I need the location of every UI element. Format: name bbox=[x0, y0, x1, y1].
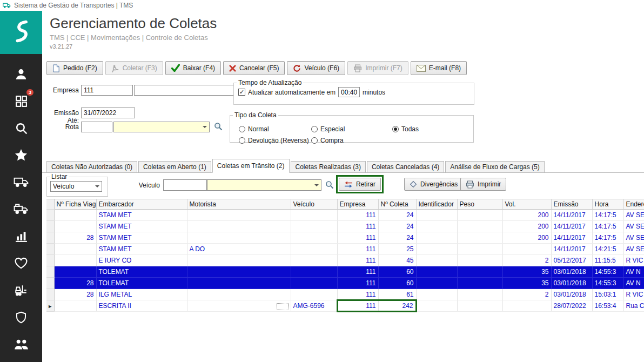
tab-coletas-canceladas-4[interactable]: Coletas Canceladas (4) bbox=[367, 161, 444, 172]
cell-n-coleta[interactable]: 60 bbox=[378, 278, 416, 289]
cell-embarcador[interactable]: STAM MET bbox=[96, 210, 187, 221]
cell-n-coleta[interactable]: 24 bbox=[378, 221, 416, 232]
cell-empresa[interactable]: 111 bbox=[337, 221, 378, 232]
veiculo-f6-button[interactable]: Veículo (F6) bbox=[287, 61, 345, 75]
column-header-endereco[interactable]: Endereço bbox=[623, 199, 644, 210]
sidebar-item-user[interactable] bbox=[0, 61, 42, 88]
cell-vol[interactable]: 2 bbox=[502, 289, 551, 300]
tab-analise-de-fluxo-de-cargas-5[interactable]: Análise de Fluxo de Cargas (5) bbox=[445, 161, 544, 172]
column-header-emissao[interactable]: Emissão bbox=[551, 199, 592, 210]
cell-n-ficha-viagem[interactable]: 28 bbox=[54, 289, 96, 300]
cell-identificador[interactable] bbox=[416, 289, 457, 300]
column-header-n-coleta[interactable]: Nº Coleta bbox=[378, 199, 416, 210]
tab-coletas-nao-autorizadas-0[interactable]: Coletas Não Autorizadas (0) bbox=[46, 161, 137, 172]
cell-hora[interactable]: 11:15:5 bbox=[592, 255, 623, 266]
table-row[interactable]: 28STAM MET1112420014/11/201714:17:5AV SE bbox=[46, 232, 644, 244]
cell-peso[interactable] bbox=[457, 255, 502, 266]
cell-motorista[interactable] bbox=[187, 210, 291, 221]
cell-motorista[interactable] bbox=[187, 278, 291, 289]
cell-peso[interactable] bbox=[457, 244, 502, 255]
sidebar-item-shield[interactable] bbox=[0, 304, 42, 331]
cell-veiculo[interactable] bbox=[291, 278, 337, 289]
cell-empresa[interactable]: 111 bbox=[337, 266, 378, 278]
cell-n-ficha-viagem[interactable] bbox=[54, 255, 96, 266]
imprimir-list-button[interactable]: Imprimir bbox=[460, 178, 506, 191]
row-selector[interactable] bbox=[46, 232, 54, 244]
column-header-vol[interactable]: Vol. bbox=[502, 199, 551, 210]
row-selector[interactable] bbox=[46, 210, 54, 221]
column-header-motorista[interactable]: Motorista bbox=[187, 199, 291, 210]
cell-emissao[interactable]: 03/01/2018 bbox=[551, 289, 592, 300]
cell-endereco[interactable]: AV SE bbox=[623, 244, 644, 255]
cell-hora[interactable]: 14:55:3 bbox=[592, 278, 623, 289]
veiculo-input[interactable] bbox=[163, 179, 207, 191]
sidebar-item-heart[interactable] bbox=[0, 250, 42, 277]
cell-embarcador[interactable]: STAM MET bbox=[96, 221, 187, 232]
cell-n-coleta[interactable]: 25 bbox=[378, 244, 416, 255]
cell-vol[interactable]: 2 bbox=[502, 255, 551, 266]
column-header-n-ficha-viagem[interactable]: Nº Ficha Viagem bbox=[54, 199, 96, 210]
cell-peso[interactable] bbox=[457, 210, 502, 221]
cell-identificador[interactable] bbox=[416, 244, 457, 255]
cell-empresa[interactable]: 111 bbox=[337, 289, 378, 300]
auto-refresh-checkbox[interactable]: ✓ bbox=[238, 89, 245, 96]
cell-emissao[interactable]: 14/11/2017 bbox=[551, 244, 592, 255]
table-row[interactable]: STAM MET1112420014/11/201714:17:5AV SE bbox=[46, 221, 644, 232]
cell-endereco[interactable]: AV SE bbox=[623, 210, 644, 221]
current-row-marker[interactable]: ► bbox=[46, 300, 54, 312]
cell-hora[interactable]: 15:03:1 bbox=[592, 289, 623, 300]
cell-peso[interactable] bbox=[457, 232, 502, 244]
cell-n-coleta[interactable]: 242 bbox=[378, 300, 416, 312]
cell-emissao[interactable]: 05/12/2017 bbox=[551, 255, 592, 266]
cell-identificador[interactable] bbox=[416, 210, 457, 221]
sidebar-item-forklift[interactable] bbox=[0, 277, 42, 304]
veiculo-combo[interactable] bbox=[207, 179, 321, 191]
cell-empresa[interactable]: 111 bbox=[337, 300, 378, 312]
sidebar-item-star[interactable] bbox=[0, 142, 42, 169]
row-selector[interactable] bbox=[46, 266, 54, 278]
veiculo-search-icon[interactable] bbox=[325, 180, 334, 191]
cell-motorista[interactable] bbox=[187, 289, 291, 300]
cell-embarcador[interactable]: ESCRITA II bbox=[96, 300, 187, 312]
column-header-embarcador[interactable]: Embarcador bbox=[96, 199, 187, 210]
cell-embarcador[interactable]: TOLEMAT bbox=[96, 266, 187, 278]
table-row[interactable]: 28TOLEMAT111603503/01/201814:55:3AV N bbox=[46, 278, 644, 289]
sidebar-item-chart[interactable] bbox=[0, 223, 42, 250]
column-header-identificador[interactable]: Identificador bbox=[416, 199, 457, 210]
rota-combo[interactable] bbox=[113, 122, 210, 132]
table-row[interactable]: STAM META DO1112514/11/201714:21:5AV SE bbox=[46, 244, 644, 255]
cell-empresa[interactable]: 111 bbox=[337, 210, 378, 221]
sidebar-item-apps[interactable]: 3 bbox=[0, 88, 42, 115]
cell-empresa[interactable]: 111 bbox=[337, 278, 378, 289]
tab-coletas-realizadas-3[interactable]: Coletas Realizadas (3) bbox=[291, 161, 366, 172]
cell-motorista[interactable] bbox=[187, 255, 291, 266]
cell-hora[interactable]: 14:17:5 bbox=[592, 232, 623, 244]
cell-vol[interactable] bbox=[502, 300, 551, 312]
cell-identificador[interactable] bbox=[416, 221, 457, 232]
emissao-ate-input[interactable] bbox=[81, 108, 135, 118]
cell-empresa[interactable]: 111 bbox=[337, 255, 378, 266]
column-header-veiculo[interactable]: Veículo bbox=[291, 199, 337, 210]
sidebar-item-search[interactable] bbox=[0, 115, 42, 142]
cancelar-f5-button[interactable]: Cancelar (F5) bbox=[223, 61, 285, 75]
cell-n-coleta[interactable]: 24 bbox=[378, 210, 416, 221]
radio-devolucao-reversa[interactable]: Devolução (Reversa) bbox=[239, 137, 309, 144]
table-row[interactable]: ►ESCRITA IIAMG-659611124228/07/202216:53… bbox=[46, 300, 644, 312]
cell-hora[interactable]: 14:17:5 bbox=[592, 210, 623, 221]
cell-identificador[interactable] bbox=[416, 232, 457, 244]
cell-embarcador[interactable]: TOLEMAT bbox=[96, 278, 187, 289]
row-selector[interactable] bbox=[46, 289, 54, 300]
cell-embarcador[interactable]: STAM MET bbox=[96, 244, 187, 255]
retirar-button[interactable]: Retirar bbox=[339, 178, 381, 191]
cell-n-ficha-viagem[interactable] bbox=[54, 221, 96, 232]
cell-vol[interactable] bbox=[502, 244, 551, 255]
table-row[interactable]: E IURY CO11145205/12/201711:15:5R VIC bbox=[46, 255, 644, 266]
cell-motorista[interactable]: A DO bbox=[187, 244, 291, 255]
cell-emissao[interactable]: 14/11/2017 bbox=[551, 221, 592, 232]
cell-identificador[interactable] bbox=[416, 266, 457, 278]
cell-motorista[interactable] bbox=[187, 266, 291, 278]
cell-n-ficha-viagem[interactable]: 28 bbox=[54, 278, 96, 289]
listar-combo[interactable]: Veículo bbox=[50, 181, 102, 192]
table-row[interactable]: STAM MET1112420014/11/201714:17:5AV SE bbox=[46, 210, 644, 221]
cell-empresa[interactable]: 111 bbox=[337, 232, 378, 244]
